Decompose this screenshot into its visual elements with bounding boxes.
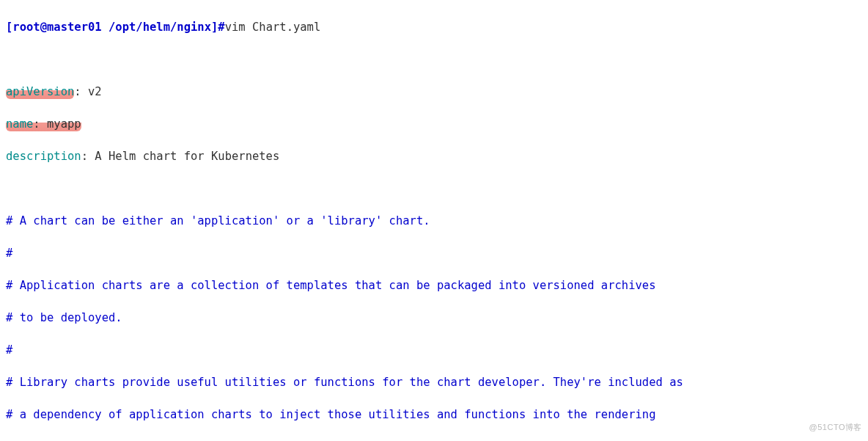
yaml-key-description: description (6, 150, 81, 163)
comment-line: # (6, 245, 862, 261)
comment-line: # Application charts are a collection of… (6, 277, 862, 294)
yaml-val-description: A Helm chart for Kubernetes (95, 150, 279, 163)
comment-line: # a dependency of application charts to … (6, 407, 862, 423)
comment-line: # (6, 342, 862, 358)
blank-line (6, 51, 862, 68)
yaml-key-apiversion: apiVersion (6, 85, 74, 99)
blank-line (6, 181, 862, 197)
yaml-sep: : (81, 150, 95, 163)
terminal-output[interactable]: [root@master01 /opt/helm/nginx]#vim Char… (0, 0, 868, 441)
comment-line: # to be deployed. (6, 310, 862, 326)
yaml-val-name: myapp (47, 117, 81, 131)
yaml-sep: : (33, 117, 47, 131)
yaml-key-name: name (6, 117, 33, 131)
comment-line: # A chart can be either an 'application'… (6, 213, 862, 229)
yaml-line-apiversion: apiVersion: v2 (6, 84, 862, 100)
yaml-line-name: name: myapp (6, 116, 862, 132)
prompt-bracket: ]# (211, 21, 225, 34)
shell-prompt-line: [root@master01 /opt/helm/nginx]#vim Char… (6, 19, 862, 35)
comment-line: # Library charts provide useful utilitie… (6, 374, 862, 390)
watermark-text: @51CTO博客 (809, 419, 862, 435)
prompt-path: /opt/helm/nginx (108, 21, 211, 34)
shell-command: vim Chart.yaml (225, 21, 321, 34)
yaml-line-description: description: A Helm chart for Kubernetes (6, 148, 862, 164)
yaml-val-apiversion: v2 (88, 85, 102, 98)
prompt-user-host: [root@master01 (6, 21, 108, 34)
yaml-sep: : (74, 85, 88, 98)
